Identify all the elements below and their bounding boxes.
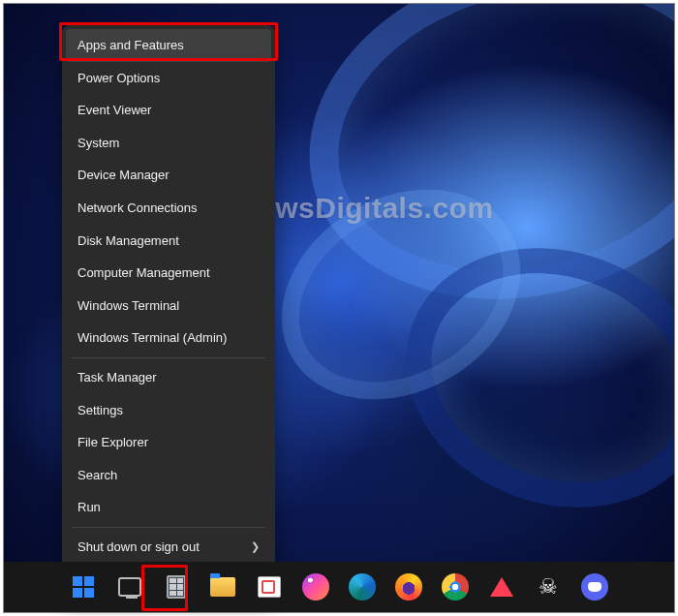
calculator-app-icon[interactable] [158,569,195,605]
menu-item-label: Shut down or sign out [77,539,200,555]
menu-item-windows-terminal[interactable]: Windows Terminal [66,290,271,323]
edge-icon[interactable] [344,569,381,605]
winx-context-menu: Apps and FeaturesPower OptionsEvent View… [62,25,275,600]
menu-item-label: System [77,136,119,151]
menu-item-label: Task Manager [77,370,157,385]
menu-item-settings[interactable]: Settings [66,394,271,427]
menu-item-label: Windows Terminal (Admin) [77,330,227,346]
taskbar: ☠ [4,562,674,612]
menu-item-label: Settings [77,403,123,418]
menu-item-power-options[interactable]: Power Options [66,62,271,95]
menu-item-label: Device Manager [77,168,170,183]
task-view-button[interactable] [111,569,148,605]
chevron-right-icon: ❯ [251,540,260,553]
menu-item-label: Disk Management [77,233,179,249]
menu-item-label: Computer Management [77,265,210,281]
menu-item-label: Search [77,468,117,483]
menu-item-network-connections[interactable]: Network Connections [66,192,271,225]
skull-app-icon[interactable]: ☠ [530,569,567,605]
menu-item-label: File Explorer [77,435,148,450]
menu-divider [72,357,265,358]
menu-divider [72,527,265,528]
menu-item-search[interactable]: Search [66,459,271,492]
menu-item-shut-down-or-sign-out[interactable]: Shut down or sign out❯ [66,531,271,564]
menu-item-label: Apps and Features [77,38,184,53]
menu-item-computer-management[interactable]: Computer Management [66,257,271,290]
angular-icon[interactable] [483,569,520,605]
menu-item-label: Windows Terminal [77,298,179,314]
menu-item-label: Run [77,500,101,515]
menu-item-label: Event Viewer [77,103,151,118]
discord-icon[interactable] [576,569,613,605]
menu-item-apps-and-features[interactable]: Apps and Features [66,29,271,62]
file-explorer-icon[interactable] [204,569,241,605]
menu-item-disk-management[interactable]: Disk Management [66,225,271,258]
chrome-icon[interactable] [437,569,474,605]
menu-item-system[interactable]: System [66,127,271,160]
messenger-icon[interactable] [297,569,334,605]
start-button[interactable] [65,569,102,605]
menu-item-event-viewer[interactable]: Event Viewer [66,94,271,127]
menu-item-run[interactable]: Run [66,491,271,524]
snipping-tool-icon[interactable] [251,569,288,605]
menu-item-device-manager[interactable]: Device Manager [66,159,271,192]
menu-item-windows-terminal-admin[interactable]: Windows Terminal (Admin) [66,322,271,354]
menu-item-task-manager[interactable]: Task Manager [66,361,271,394]
menu-item-file-explorer[interactable]: File Explorer [66,426,271,459]
menu-item-label: Network Connections [77,200,198,216]
menu-item-label: Power Options [77,71,160,86]
firefox-icon[interactable] [390,569,427,605]
